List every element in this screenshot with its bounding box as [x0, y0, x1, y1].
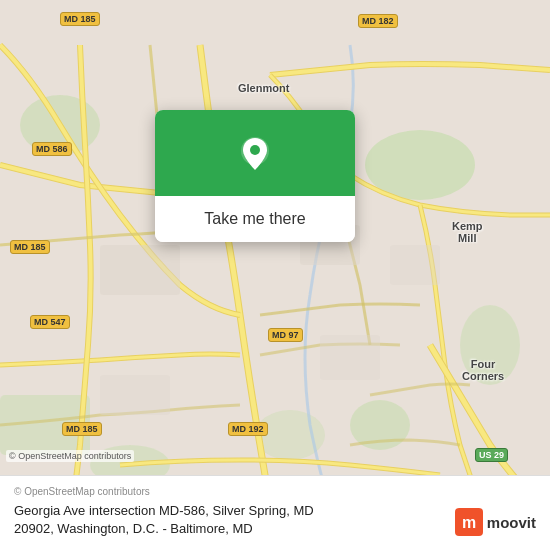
place-label-glenmont: Glenmont — [238, 82, 289, 94]
svg-rect-8 — [100, 245, 180, 295]
popup-card: Take me there — [155, 110, 355, 242]
road-badge-md182: MD 182 — [358, 14, 398, 28]
road-badge-md185-bottom: MD 185 — [62, 422, 102, 436]
moovit-brand-text: moovit — [487, 514, 536, 531]
map-container: MD 185 MD 182 MD 586 MD 185 MD 547 MD 97… — [0, 0, 550, 550]
svg-text:m: m — [462, 514, 476, 531]
svg-rect-12 — [390, 245, 440, 285]
popup-header — [155, 110, 355, 196]
place-label-kemp-mill: KempMill — [452, 220, 483, 244]
road-badge-md185-left: MD 185 — [10, 240, 50, 254]
svg-point-14 — [250, 145, 260, 155]
svg-rect-11 — [320, 335, 380, 380]
road-badge-md547: MD 547 — [30, 315, 70, 329]
moovit-logo: m moovit — [455, 508, 536, 536]
road-badge-md192: MD 192 — [228, 422, 268, 436]
take-me-there-button[interactable]: Take me there — [155, 196, 355, 242]
road-badge-us29: US 29 — [475, 448, 508, 462]
bottom-attribution: © OpenStreetMap contributors — [14, 486, 536, 497]
place-label-four-corners: FourCorners — [462, 358, 504, 382]
road-badge-md97: MD 97 — [268, 328, 303, 342]
moovit-icon: m — [455, 508, 483, 536]
osm-attribution: © OpenStreetMap contributors — [6, 450, 134, 462]
svg-rect-10 — [100, 375, 170, 415]
bottom-bar: © OpenStreetMap contributors Georgia Ave… — [0, 475, 550, 550]
location-pin-icon — [233, 132, 277, 176]
road-badge-md185-top: MD 185 — [60, 12, 100, 26]
road-badge-md586: MD 586 — [32, 142, 72, 156]
